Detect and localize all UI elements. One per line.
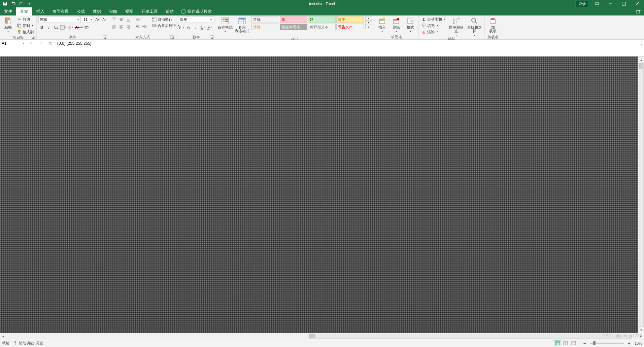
tab-data[interactable]: 数据 (89, 7, 105, 15)
borders-button[interactable]: ▾ (60, 24, 66, 31)
worksheet-grid[interactable] (0, 57, 644, 333)
tab-insert[interactable]: 插入 (32, 7, 48, 15)
scroll-left-icon[interactable]: ◂ (0, 333, 6, 339)
qat-customize-icon[interactable]: ▾ (26, 0, 33, 7)
horizontal-scroll-thumb[interactable] (309, 334, 315, 338)
style-scroll-down[interactable]: ▾ (365, 21, 372, 25)
orientation-button[interactable]: ab▾ (134, 16, 141, 23)
align-right-button[interactable] (125, 23, 132, 30)
font-name-input[interactable]: ▾ (38, 16, 81, 23)
delete-cells-button[interactable]: 删除▾ (390, 16, 403, 33)
share-icon[interactable] (635, 7, 644, 15)
clear-button[interactable]: 清除▾ (420, 29, 446, 35)
zoom-level[interactable]: 10% (635, 341, 642, 345)
dialog-launcher-icon[interactable]: ◢ (170, 35, 174, 39)
accessibility-status[interactable]: 辅助功能: 调查 (13, 341, 43, 346)
dialog-launcher-icon[interactable]: ◢ (210, 35, 214, 39)
phonetic-button[interactable]: wén文▾ (81, 24, 88, 31)
cancel-formula-icon[interactable]: ✕ (29, 41, 33, 46)
increase-indent-button[interactable] (141, 23, 148, 30)
percent-button[interactable]: % (185, 24, 192, 31)
name-box[interactable]: ▾ (0, 40, 26, 47)
accounting-format-button[interactable]: $▾ (178, 24, 185, 31)
undo-icon[interactable] (9, 0, 17, 7)
style-more[interactable]: ▾ (365, 25, 372, 29)
conditional-format-button[interactable]: 条件格式▾ (218, 16, 233, 33)
style-bad[interactable]: 差 (280, 16, 307, 23)
view-page-layout-button[interactable] (562, 340, 569, 346)
copy-button[interactable]: 复制▾ (16, 23, 35, 29)
tab-page-layout[interactable]: 页面布局 (48, 7, 73, 15)
close-icon[interactable] (631, 0, 644, 7)
style-neutral[interactable]: 适中 (336, 16, 364, 23)
view-page-break-button[interactable] (570, 340, 577, 346)
sort-filter-button[interactable]: AZ排序和筛选▾ (448, 16, 465, 37)
tab-developer[interactable]: 开发工具 (137, 7, 162, 15)
vertical-scrollbar[interactable]: ▴ ▾ (638, 57, 644, 333)
bold-button[interactable]: B (38, 24, 45, 31)
find-select-button[interactable]: 查找和选择▾ (466, 16, 483, 37)
tab-review[interactable]: 审阅 (105, 7, 121, 15)
italic-button[interactable]: I (45, 24, 52, 31)
align-bottom-button[interactable] (125, 16, 132, 23)
format-cells-button[interactable]: 格式▾ (404, 16, 417, 33)
tab-home[interactable]: 开始 (16, 7, 32, 15)
insert-function-icon[interactable]: fx (48, 41, 52, 46)
style-explanatory[interactable]: 解释性文本 (308, 24, 336, 30)
autosum-button[interactable]: Σ自动求和▾ (420, 16, 446, 22)
cut-button[interactable]: ✂剪切 (16, 16, 35, 22)
cells-area[interactable] (0, 57, 644, 333)
dialog-launcher-icon[interactable]: ◢ (103, 35, 107, 39)
font-size-input[interactable]: ▾ (82, 16, 94, 23)
style-check-cell[interactable]: 检查单元格 (280, 24, 307, 30)
tab-view[interactable]: 视图 (121, 7, 137, 15)
style-good[interactable]: 好 (308, 16, 336, 23)
horizontal-scrollbar[interactable]: ◂ ▸ (0, 333, 644, 339)
format-painter-button[interactable]: 格式刷 (16, 29, 35, 35)
align-center-button[interactable] (118, 23, 125, 30)
align-middle-button[interactable] (118, 16, 125, 23)
zoom-out-button[interactable]: − (582, 341, 587, 346)
shrink-font-button[interactable]: A▾ (101, 16, 107, 23)
style-scroll-up[interactable]: ▴ (365, 16, 372, 21)
table-format-button[interactable]: 套用 表格格式▾ (234, 16, 250, 37)
number-format-select[interactable]: ▾ (178, 16, 214, 23)
dialog-launcher-icon[interactable]: ◢ (31, 36, 35, 40)
minimize-icon[interactable] (604, 0, 617, 7)
maximize-icon[interactable] (617, 0, 631, 7)
expand-formula-bar[interactable]: ⌄ (638, 40, 644, 47)
style-calculation[interactable]: 计算 (251, 24, 279, 30)
zoom-in-button[interactable]: + (626, 341, 632, 346)
align-left-button[interactable] (111, 23, 117, 30)
align-top-button[interactable] (111, 16, 117, 23)
addins-button[interactable]: 加 载项 (486, 16, 499, 33)
tab-help[interactable]: 帮助 (162, 7, 178, 15)
wrap-text-button[interactable]: abc自动换行 (151, 16, 180, 22)
scroll-down-icon[interactable]: ▾ (638, 327, 644, 333)
view-normal-button[interactable] (554, 340, 561, 346)
save-icon[interactable] (1, 0, 9, 7)
tab-formulas[interactable]: 公式 (73, 7, 89, 15)
ribbon-display-icon[interactable] (590, 0, 604, 7)
comma-button[interactable]: , (192, 24, 199, 31)
style-normal[interactable]: 常规 (251, 16, 279, 23)
decrease-decimal-button[interactable]: .00.0 (206, 24, 213, 31)
zoom-slider[interactable] (590, 343, 624, 344)
merge-center-button[interactable]: 合并后居中▾ (151, 23, 180, 29)
redo-icon[interactable] (18, 0, 25, 7)
insert-cells-button[interactable]: 插入▾ (376, 16, 388, 33)
fill-button[interactable]: 填充▾ (420, 23, 446, 29)
paste-button[interactable]: 粘贴 ▾ (2, 16, 14, 33)
formula-input[interactable] (55, 40, 638, 47)
underline-button[interactable]: U▾ (53, 24, 59, 31)
fill-color-button[interactable]: ▾ (67, 24, 73, 31)
vertical-scroll-thumb[interactable] (639, 63, 643, 69)
login-button[interactable]: 登录 (575, 1, 589, 7)
tell-me-search[interactable]: 操作说明搜索 (178, 7, 215, 15)
grow-font-button[interactable]: A▴ (94, 16, 101, 23)
increase-decimal-button[interactable]: .0.00 (199, 24, 206, 31)
style-warning[interactable]: 警告文本 (336, 24, 364, 30)
tab-file[interactable]: 文件 (0, 7, 16, 15)
scroll-up-icon[interactable]: ▴ (638, 57, 644, 63)
decrease-indent-button[interactable] (134, 23, 141, 30)
